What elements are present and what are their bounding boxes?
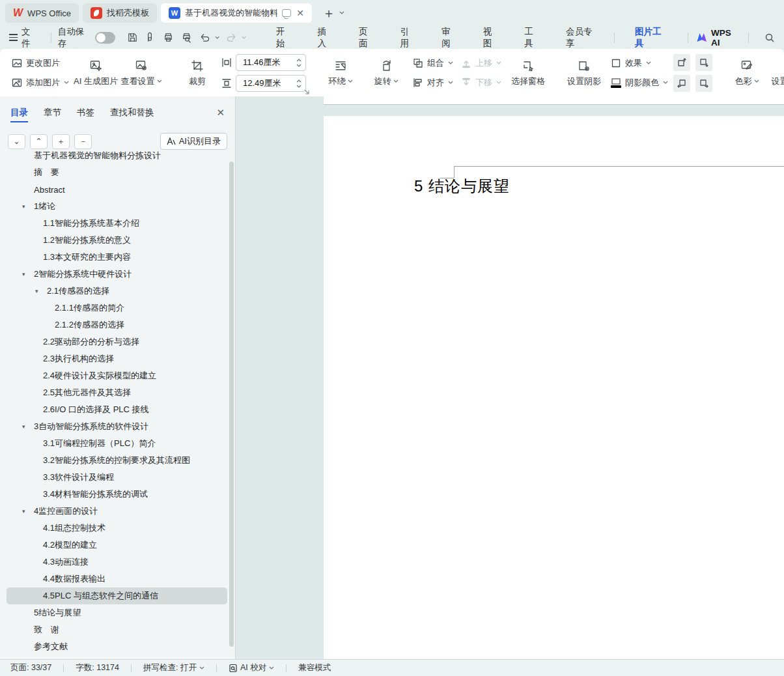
file-menu[interactable]: 文件	[21, 26, 38, 49]
toc-expand-arrow-icon[interactable]: ▾	[22, 203, 34, 210]
document-page[interactable]: 5 结论与展望	[324, 116, 784, 659]
toc-item[interactable]: 2.4硬件设计及实际模型的建立	[7, 367, 227, 384]
toc-item[interactable]: 1.1智能分拣系统基本介绍	[7, 215, 227, 232]
add-picture-button[interactable]: 添加图片	[9, 76, 72, 90]
document-text-line	[441, 420, 784, 443]
toc-item[interactable]: 5结论与展望	[7, 604, 227, 621]
sidebar-tab-bookmarks[interactable]: 书签	[77, 107, 94, 122]
toc-item[interactable]: 3.4材料智能分拣系统的调试	[7, 486, 227, 503]
toc-expand-arrow-icon[interactable]: ▾	[22, 508, 34, 514]
toc-item[interactable]: Abstract	[7, 181, 227, 198]
redo-chevron-icon[interactable]	[242, 36, 246, 40]
toc-item[interactable]: 2.1.1传感器的简介	[7, 300, 227, 317]
nudge-shadow-down-button[interactable]	[695, 54, 712, 71]
crop-button[interactable]: 裁剪	[176, 52, 219, 94]
toc-item[interactable]: ▾ 1绪论	[7, 198, 227, 215]
size-dialog-launcher-icon[interactable]	[303, 89, 310, 95]
sidebar-tab-toc[interactable]: 目录	[10, 107, 28, 122]
print-preview-button[interactable]	[179, 30, 195, 46]
toc-expand-arrow-icon[interactable]: ▾	[22, 423, 34, 430]
toc-item[interactable]: 4.5PLC 与组态软件之间的通信	[7, 587, 227, 604]
width-input[interactable]	[236, 58, 286, 68]
toc-item[interactable]: ▾ 3自动智能分拣系统的软件设计	[7, 418, 227, 435]
sidebar-close-icon[interactable]: ✕	[216, 107, 225, 122]
tab-document-active[interactable]: W 基于机器视觉的智能物料分拣 ✕	[161, 3, 312, 23]
undo-button[interactable]	[197, 30, 213, 46]
close-tab-icon[interactable]: ✕	[296, 8, 304, 18]
width-stepper[interactable]	[296, 58, 305, 68]
toc-item[interactable]: 4.2模型的建立	[7, 537, 227, 554]
selection-pane-button[interactable]: 选择窗格	[507, 52, 550, 94]
toc-item[interactable]: 2.3执行机构的选择	[7, 350, 227, 367]
nudge-shadow-right-button[interactable]	[695, 75, 712, 92]
toc-item[interactable]: 参考文献	[7, 638, 227, 655]
toc-item[interactable]: ▾ 4监控画面的设计	[7, 503, 227, 520]
stepper-up-icon	[296, 58, 301, 62]
toc-item[interactable]: 3.2智能分拣系统的控制要求及其流程图	[7, 452, 227, 469]
color-button[interactable]: 色彩	[725, 52, 768, 94]
toc-item[interactable]: 3.3软件设计及编程	[7, 469, 227, 486]
tab-wps-office[interactable]: W WPS Office	[5, 3, 79, 23]
toc-expand-arrow-icon[interactable]: ▾	[22, 271, 34, 277]
change-picture-icon	[12, 58, 22, 68]
view-settings-button[interactable]: 查看设置	[120, 52, 163, 94]
export-pdf-button[interactable]	[143, 30, 158, 46]
group-button[interactable]: 组合	[410, 56, 456, 70]
move-down-button[interactable]: 下移	[458, 76, 504, 90]
set-shadow-button[interactable]: 设置阴影	[563, 52, 606, 94]
page-indicator[interactable]: 页面: 33/37	[10, 662, 51, 673]
toc-item[interactable]: 4.3动画连接	[7, 554, 227, 570]
tab-docer-templates[interactable]: 找稻壳模板	[83, 3, 157, 23]
nudge-shadow-up-button[interactable]	[673, 54, 690, 71]
undo-chevron-icon[interactable]	[215, 36, 219, 40]
hamburger-icon[interactable]	[9, 34, 18, 41]
wps-ai-button[interactable]: WPS AI	[694, 28, 742, 48]
width-input-box	[236, 54, 306, 71]
word-count[interactable]: 字数: 13174	[76, 662, 119, 673]
toc-item[interactable]: 致 谢	[7, 621, 227, 638]
toc-item[interactable]: 1.2智能分拣系统的意义	[7, 232, 227, 249]
effects-button[interactable]: 效果	[608, 56, 671, 70]
align-button[interactable]: 对齐	[410, 76, 456, 90]
toc-item[interactable]: ▾ 2.1传感器的选择	[7, 283, 227, 300]
set-transparent-button[interactable]: 设置透明色	[771, 52, 784, 94]
toc-item-label: 摘 要	[34, 167, 59, 178]
toc-expand-arrow-icon[interactable]: ▾	[35, 288, 47, 294]
search-button[interactable]	[764, 33, 775, 43]
nudge-shadow-left-button[interactable]	[673, 75, 690, 92]
sidebar-scrollbar[interactable]	[229, 162, 234, 647]
redo-button[interactable]	[224, 30, 240, 46]
shadow-color-button[interactable]: 阴影颜色	[608, 76, 671, 90]
rotate-button[interactable]: 旋转	[365, 52, 408, 94]
spellcheck-status[interactable]: 拼写检查: 打开	[143, 662, 204, 673]
toc-item[interactable]: 2.5其他元器件及其选择	[7, 384, 227, 401]
toc-item[interactable]: 1.3本文研究的主要内容	[7, 249, 227, 266]
move-up-button[interactable]: 上移	[458, 56, 504, 70]
height-input[interactable]	[236, 79, 286, 89]
toc-item[interactable]: 4.1组态控制技术	[7, 520, 227, 537]
sidebar-tab-find-replace[interactable]: 查找和替换	[110, 107, 154, 122]
toc-item-label: 2.2驱动部分的分析与选择	[43, 336, 139, 348]
wrap-text-button[interactable]: 环绕	[319, 52, 362, 94]
toc-item[interactable]: 摘 要	[7, 164, 227, 181]
toc-item[interactable]: 4.4数据报表输出	[7, 570, 227, 587]
new-tab-button[interactable]: ＋	[322, 5, 335, 22]
toc-item[interactable]: 2.2驱动部分的分析与选择	[7, 333, 227, 350]
sidebar-tab-chapters[interactable]: 章节	[44, 107, 61, 122]
toc-item[interactable]: 基于机器视觉的智能物料分拣设计	[7, 147, 227, 164]
toc-item[interactable]: 2.6I/O 口的选择及 PLC 接线	[7, 401, 227, 418]
chevron-down-icon	[496, 81, 501, 85]
toc-item[interactable]: 2.1.2传感器的选择	[7, 317, 227, 333]
toc-item[interactable]: 3.1可编程控制器（PLC）简介	[7, 435, 227, 452]
ai-proofread-button[interactable]: AI 校对	[229, 662, 274, 673]
change-picture-button[interactable]: 更改图片	[9, 56, 72, 70]
tab-list-chevron-icon[interactable]	[339, 11, 344, 15]
save-button[interactable]	[124, 30, 140, 46]
print-button[interactable]	[161, 30, 176, 46]
autosave-toggle[interactable]	[95, 32, 115, 44]
height-stepper[interactable]	[296, 79, 305, 89]
autosave-label: 自动保存	[58, 26, 90, 49]
ai-generate-picture-button[interactable]: AI 生成图片	[74, 52, 117, 94]
comment-bubble-icon[interactable]	[282, 9, 291, 17]
toc-item[interactable]: ▾ 2智能分拣系统中硬件设计	[7, 266, 227, 283]
